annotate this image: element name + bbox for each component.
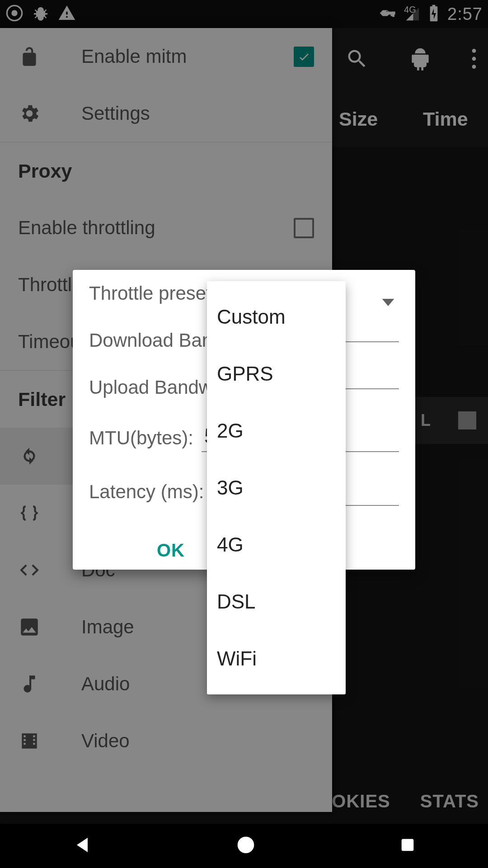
dropdown-caret-icon[interactable] xyxy=(382,289,394,311)
preset-option-4g[interactable]: 4G xyxy=(207,516,346,573)
upload-bandwidth-label: Upload Bandwid xyxy=(89,377,227,398)
recent-button[interactable] xyxy=(399,836,417,856)
preset-option-gprs[interactable]: GPRS xyxy=(207,345,346,402)
latency-label: Latency (ms): xyxy=(89,481,204,503)
preset-option-2g[interactable]: 2G xyxy=(207,402,346,459)
ok-button[interactable]: OK xyxy=(157,540,185,561)
throttle-preset-dropdown: Custom GPRS 2G 3G 4G DSL WiFi xyxy=(207,281,346,694)
svg-rect-11 xyxy=(402,839,414,851)
svg-point-10 xyxy=(238,837,254,854)
preset-option-wifi[interactable]: WiFi xyxy=(207,630,346,687)
preset-option-custom[interactable]: Custom xyxy=(207,288,346,345)
mtu-label: MTU(bytes): xyxy=(89,427,193,449)
preset-option-dsl[interactable]: DSL xyxy=(207,573,346,630)
navigation-bar xyxy=(0,824,488,868)
preset-option-3g[interactable]: 3G xyxy=(207,459,346,516)
back-button[interactable] xyxy=(71,834,93,858)
home-button[interactable] xyxy=(236,835,256,857)
throttle-presets-label: Throttle presets: xyxy=(89,283,226,304)
